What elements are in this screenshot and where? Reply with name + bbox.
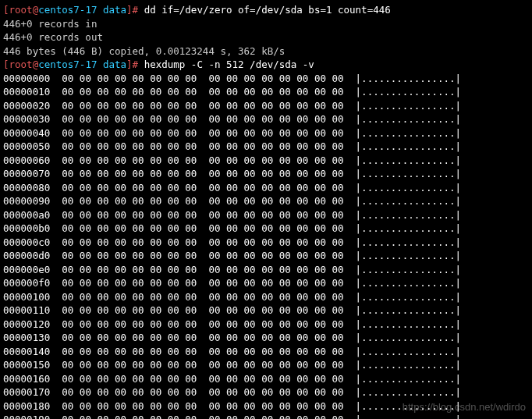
command-text: dd if=/dev/zero of=/dev/sda bs=1 count=4…: [144, 4, 391, 16]
hex-bytes: 00 00 00 00 00 00 00 00 00 00 00 00 00 0…: [62, 154, 343, 166]
hexdump-line: 00000100 00 00 00 00 00 00 00 00 00 00 0…: [3, 290, 529, 304]
hex-offset: 00000170: [3, 386, 50, 398]
hex-ascii: |................|: [356, 182, 461, 194]
hex-offset: 00000040: [3, 127, 50, 139]
hex-bytes: 00 00 00 00 00 00 00 00 00 00 00 00 00 0…: [62, 209, 343, 221]
dd-output-line: 446+0 records in: [3, 17, 529, 31]
hex-offset: 00000050: [3, 140, 50, 152]
hexdump-line: 00000080 00 00 00 00 00 00 00 00 00 00 0…: [3, 181, 529, 195]
hex-bytes: 00 00 00 00 00 00 00 00 00 00 00 00 00 0…: [62, 386, 343, 398]
hex-ascii: |................|: [356, 127, 461, 139]
hex-ascii: |................|: [356, 304, 461, 316]
hex-bytes: 00 00 00 00 00 00 00 00 00 00 00 00 00 0…: [62, 140, 343, 152]
hex-bytes: 00 00 00 00 00 00 00 00 00 00 00 00 00 0…: [62, 250, 343, 261]
hex-ascii: |................|: [356, 86, 461, 98]
hex-offset: 00000140: [3, 346, 50, 357]
hex-ascii: |................|: [356, 113, 461, 125]
hex-offset: 000000d0: [3, 250, 50, 261]
watermark-text: https://blog.csdn.net/wdirdo: [403, 400, 526, 414]
command-text: hexdump -C -n 512 /dev/sda -v: [144, 59, 314, 70]
hex-ascii: |................|: [356, 100, 461, 112]
hex-offset: 000000a0: [3, 209, 50, 221]
hexdump-line: 00000010 00 00 00 00 00 00 00 00 00 00 0…: [3, 85, 529, 99]
hex-bytes: 00 00 00 00 00 00 00 00 00 00 00 00 00 0…: [62, 182, 343, 194]
hex-bytes: 00 00 00 00 00 00 00 00 00 00 00 00 00 0…: [62, 414, 343, 419]
hex-ascii: |................|: [356, 291, 461, 303]
hex-ascii: |................|: [356, 386, 461, 398]
hex-ascii: |................|: [356, 277, 461, 289]
hex-offset: 00000060: [3, 154, 50, 166]
hex-offset: 00000190: [3, 414, 50, 419]
hexdump-line: 00000090 00 00 00 00 00 00 00 00 00 00 0…: [3, 194, 529, 208]
hexdump-line: 000000e0 00 00 00 00 00 00 00 00 00 00 0…: [3, 263, 529, 277]
hex-ascii: |................|: [356, 264, 461, 275]
hex-offset: 00000160: [3, 373, 50, 385]
hex-ascii: |................|: [356, 236, 461, 248]
dd-output-line: 446 bytes (446 B) copied, 0.00123244 s, …: [3, 44, 529, 59]
hex-bytes: 00 00 00 00 00 00 00 00 00 00 00 00 00 0…: [62, 359, 343, 371]
hex-bytes: 00 00 00 00 00 00 00 00 00 00 00 00 00 0…: [62, 332, 343, 343]
hex-offset: 00000020: [3, 100, 50, 112]
hex-bytes: 00 00 00 00 00 00 00 00 00 00 00 00 00 0…: [62, 168, 343, 179]
prompt-line: [root@centos7-17 data]# hexdump -C -n 51…: [3, 58, 529, 72]
prompt-close: ]#: [126, 59, 144, 70]
hex-ascii: |................|: [356, 195, 461, 207]
hex-offset: 000000b0: [3, 222, 50, 234]
prompt-path: data: [103, 4, 126, 16]
hex-offset: 000000e0: [3, 264, 50, 275]
hex-ascii: |................|: [356, 209, 461, 221]
hex-ascii: |................|: [356, 359, 461, 371]
hex-ascii: |................|: [356, 154, 461, 166]
hex-ascii: |................|: [356, 168, 461, 179]
hex-offset: 00000070: [3, 168, 50, 179]
hex-bytes: 00 00 00 00 00 00 00 00 00 00 00 00 00 0…: [62, 127, 343, 139]
hex-bytes: 00 00 00 00 00 00 00 00 00 00 00 00 00 0…: [62, 304, 343, 316]
hex-ascii: |................|: [356, 414, 461, 419]
hex-ascii: |................|: [356, 318, 461, 330]
hex-ascii: |................|: [356, 346, 461, 357]
hex-bytes: 00 00 00 00 00 00 00 00 00 00 00 00 00 0…: [62, 222, 343, 234]
prompt-line: [root@centos7-17 data]# dd if=/dev/zero …: [3, 3, 529, 17]
hex-offset: 00000000: [3, 73, 50, 84]
hexdump-line: 00000060 00 00 00 00 00 00 00 00 00 00 0…: [3, 154, 529, 168]
prompt-user: root: [9, 59, 33, 70]
hex-bytes: 00 00 00 00 00 00 00 00 00 00 00 00 00 0…: [62, 277, 343, 289]
hex-offset: 000000f0: [3, 277, 50, 289]
hex-ascii: |................|: [356, 140, 461, 152]
hex-bytes: 00 00 00 00 00 00 00 00 00 00 00 00 00 0…: [62, 73, 343, 84]
hex-offset: 00000120: [3, 318, 50, 330]
hex-ascii: |................|: [356, 373, 461, 385]
prompt-open: [: [3, 4, 9, 16]
hex-bytes: 00 00 00 00 00 00 00 00 00 00 00 00 00 0…: [62, 400, 343, 412]
hex-offset: 000000c0: [3, 236, 50, 248]
prompt-open: [: [3, 59, 9, 70]
hexdump-line: 00000120 00 00 00 00 00 00 00 00 00 00 0…: [3, 318, 529, 332]
hex-ascii: |................|: [356, 222, 461, 234]
hexdump-line: 00000000 00 00 00 00 00 00 00 00 00 00 0…: [3, 72, 529, 86]
hexdump-line: 00000110 00 00 00 00 00 00 00 00 00 00 0…: [3, 304, 529, 318]
hex-bytes: 00 00 00 00 00 00 00 00 00 00 00 00 00 0…: [62, 195, 343, 207]
prompt-close: ]#: [126, 4, 144, 16]
prompt-path: data: [103, 59, 126, 70]
hex-offset: 00000090: [3, 195, 50, 207]
hex-offset: 00000010: [3, 86, 50, 98]
hexdump-line: 00000050 00 00 00 00 00 00 00 00 00 00 0…: [3, 140, 529, 154]
hexdump-line: 00000150 00 00 00 00 00 00 00 00 00 00 0…: [3, 358, 529, 372]
hex-bytes: 00 00 00 00 00 00 00 00 00 00 00 00 00 0…: [62, 100, 343, 112]
hex-offset: 00000100: [3, 291, 50, 303]
hex-bytes: 00 00 00 00 00 00 00 00 00 00 00 00 00 0…: [62, 346, 343, 357]
hex-bytes: 00 00 00 00 00 00 00 00 00 00 00 00 00 0…: [62, 113, 343, 125]
hex-bytes: 00 00 00 00 00 00 00 00 00 00 00 00 00 0…: [62, 86, 343, 98]
dd-output-line: 446+0 records out: [3, 30, 529, 44]
terminal-output[interactable]: [root@centos7-17 data]# dd if=/dev/zero …: [3, 3, 529, 419]
hexdump-line: 000000c0 00 00 00 00 00 00 00 00 00 00 0…: [3, 236, 529, 250]
hexdump-line: 00000130 00 00 00 00 00 00 00 00 00 00 0…: [3, 331, 529, 345]
hexdump-line: 000000d0 00 00 00 00 00 00 00 00 00 00 0…: [3, 249, 529, 263]
prompt-host: centos7-17: [38, 59, 103, 70]
hex-offset: 00000110: [3, 304, 50, 316]
hex-bytes: 00 00 00 00 00 00 00 00 00 00 00 00 00 0…: [62, 373, 343, 385]
hexdump-line: 000000a0 00 00 00 00 00 00 00 00 00 00 0…: [3, 208, 529, 222]
hexdump-line: 00000020 00 00 00 00 00 00 00 00 00 00 0…: [3, 99, 529, 113]
hex-offset: 00000030: [3, 113, 50, 125]
hexdump-line: 00000040 00 00 00 00 00 00 00 00 00 00 0…: [3, 126, 529, 140]
